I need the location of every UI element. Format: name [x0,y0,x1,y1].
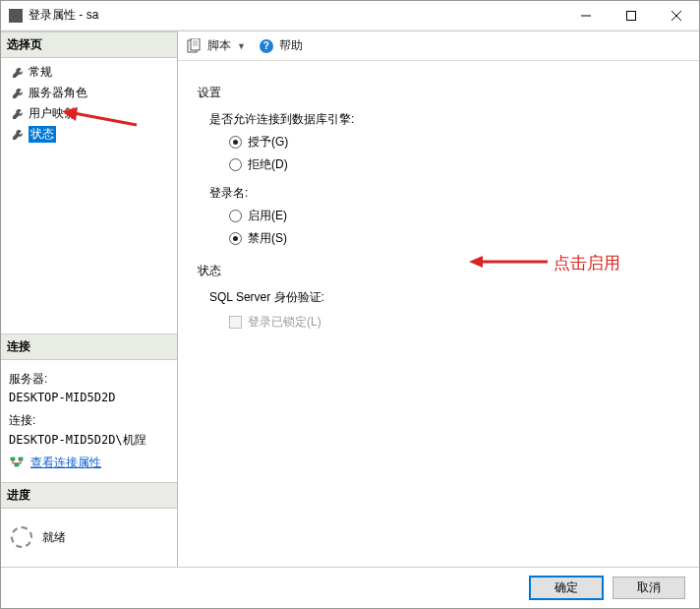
svg-rect-2 [19,457,23,460]
radio-grant[interactable]: 授予(G) [229,134,679,151]
radio-label: 禁用(S) [248,230,287,247]
nav-item-server-roles[interactable]: 服务器角色 [7,83,171,103]
nav-item-user-mapping[interactable]: 用户映射 [7,103,171,124]
connect-permission-group: 是否允许连接到数据库引擎: 授予(G) 拒绝(D) [209,111,679,173]
wrench-icon [11,87,25,100]
connection-box: 服务器: DESKTOP-MID5D2D 连接: DESKTOP-MID5D2D… [1,360,177,482]
nav-label: 状态 [29,126,56,143]
left-column: 选择页 常规 服务器角色 [1,31,178,567]
titlebar: 登录属性 - sa [1,1,699,30]
svg-rect-5 [191,38,200,50]
login-name-label: 登录名: [209,185,679,202]
properties-icon [9,455,25,470]
svg-rect-1 [11,457,15,460]
login-locked-row: 登录已锁定(L) [229,314,679,331]
window-title: 登录属性 - sa [29,7,98,24]
progress-status: 就绪 [42,529,66,546]
help-icon: ? [260,39,273,53]
ok-button[interactable]: 确定 [530,577,603,599]
nav-label: 用户映射 [29,105,76,122]
radio-label: 启用(E) [248,208,287,224]
content-area: 设置 是否允许连接到数据库引擎: 授予(G) 拒绝(D) 登录名: [178,61,699,567]
progress-header: 进度 [1,482,177,509]
login-locked-label: 登录已锁定(L) [248,314,321,331]
sql-auth-group: SQL Server 身份验证: 登录已锁定(L) [209,289,679,331]
close-button[interactable] [654,1,699,30]
conn-value: DESKTOP-MID5D2D\机陧 [9,431,169,450]
radio-icon [229,232,242,245]
radio-label: 拒绝(D) [248,156,288,173]
sql-auth-label: SQL Server 身份验证: [209,289,679,306]
nav-item-general[interactable]: 常规 [7,62,171,83]
wrench-icon [11,66,25,80]
cancel-button[interactable]: 取消 [612,577,685,599]
script-icon [186,38,202,54]
status-group: 状态 [198,263,679,279]
nav-label: 服务器角色 [29,85,88,101]
right-column: 脚本 ▼ ? 帮助 设置 是否允许连接到数据库引擎: 授予(G) 拒绝(D) [178,31,699,567]
select-page-header: 选择页 [1,31,177,58]
checkbox-icon [229,316,242,329]
svg-rect-0 [627,11,636,20]
dialog-body: 选择页 常规 服务器角色 [1,30,699,567]
wrench-icon [11,128,25,142]
radio-label: 授予(G) [248,134,288,151]
settings-group: 设置 [198,85,679,101]
progress-ring-icon [11,526,32,548]
nav-item-status[interactable]: 状态 [7,124,171,145]
window: 登录属性 - sa 选择页 常规 [0,0,700,609]
view-connection-link[interactable]: 查看连接属性 [30,454,101,472]
view-connection-row[interactable]: 查看连接属性 [9,454,169,472]
script-button[interactable]: 脚本 [207,37,231,54]
toolbar: 脚本 ▼ ? 帮助 [178,31,699,61]
radio-icon [229,210,242,222]
radio-icon [229,136,242,149]
minimize-button[interactable] [563,1,609,30]
script-dropdown-icon[interactable]: ▼ [237,41,246,51]
app-icon [9,9,23,23]
radio-icon [229,158,242,171]
connect-permission-label: 是否允许连接到数据库引擎: [209,111,679,128]
svg-rect-3 [15,463,19,466]
radio-disable[interactable]: 禁用(S) [229,230,679,247]
radio-deny[interactable]: 拒绝(D) [229,156,679,173]
nav-label: 常规 [29,64,52,81]
nav-list: 常规 服务器角色 用户映射 [1,58,177,334]
connection-header: 连接 [1,334,177,360]
footer: 确定 取消 [1,567,699,608]
wrench-icon [11,107,25,121]
server-value: DESKTOP-MID5D2D [9,389,169,407]
radio-enable[interactable]: 启用(E) [229,208,679,224]
server-label: 服务器: [9,370,169,389]
conn-label: 连接: [9,411,169,430]
help-button[interactable]: 帮助 [279,37,303,54]
maximize-button[interactable] [609,1,654,30]
progress-box: 就绪 [1,509,177,567]
login-status-group: 登录名: 启用(E) 禁用(S) [209,185,679,247]
